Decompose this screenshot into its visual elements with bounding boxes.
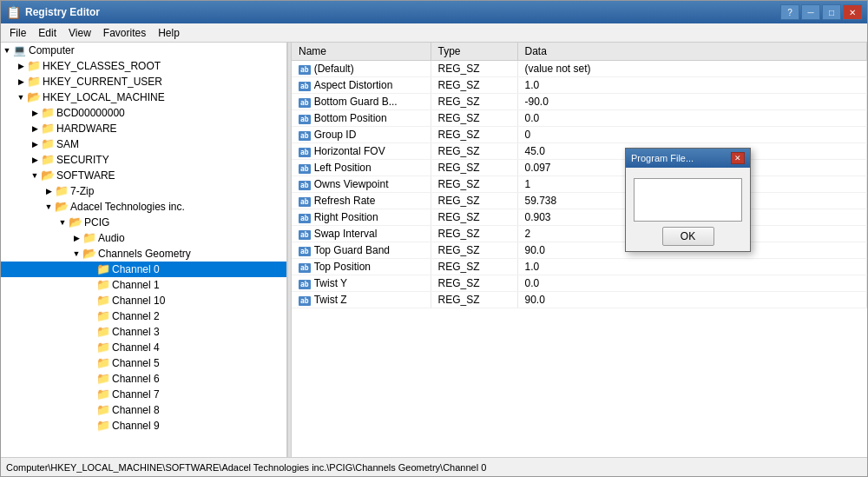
dialog-overlay: Program File... ✕ OK [0, 0, 868, 477]
dialog-title-bar: Program File... ✕ [626, 149, 750, 168]
dialog-ok-button[interactable]: OK [662, 227, 714, 246]
program-files-dialog: Program File... ✕ OK [625, 148, 751, 252]
dialog-close-button[interactable]: ✕ [731, 152, 745, 164]
dialog-title-text: Program File... [631, 153, 694, 163]
dialog-body: OK [626, 168, 750, 251]
dialog-textarea[interactable] [634, 178, 742, 222]
